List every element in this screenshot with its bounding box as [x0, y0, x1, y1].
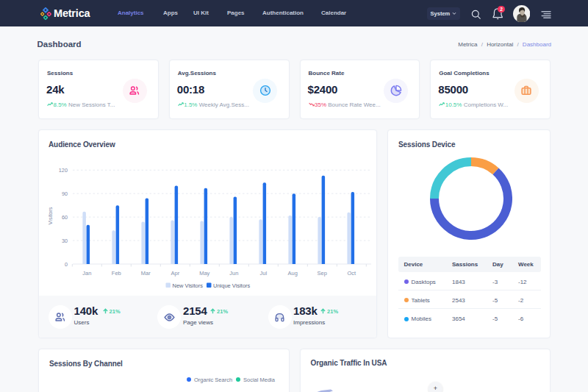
svg-text:Apr: Apr [171, 269, 179, 276]
svg-text:Aug: Aug [288, 269, 298, 276]
svg-text:60: 60 [62, 213, 68, 220]
svg-text:90: 90 [62, 190, 68, 196]
svg-text:Jan: Jan [82, 269, 91, 276]
svg-text:Feb: Feb [112, 269, 121, 276]
svg-text:Jul: Jul [260, 269, 268, 276]
svg-text:New Visitors: New Visitors [173, 282, 204, 288]
svg-text:0: 0 [65, 260, 68, 267]
svg-text:Oct: Oct [347, 269, 356, 276]
svg-text:May: May [199, 269, 209, 276]
svg-text:Mar: Mar [141, 269, 151, 276]
svg-text:120: 120 [59, 166, 68, 173]
svg-text:Sep: Sep [318, 269, 327, 276]
svg-text:Unique Visitors: Unique Visitors [213, 282, 251, 288]
svg-text:Jun: Jun [229, 269, 238, 276]
svg-text:Visitors: Visitors [47, 207, 54, 224]
svg-text:30: 30 [62, 237, 68, 243]
